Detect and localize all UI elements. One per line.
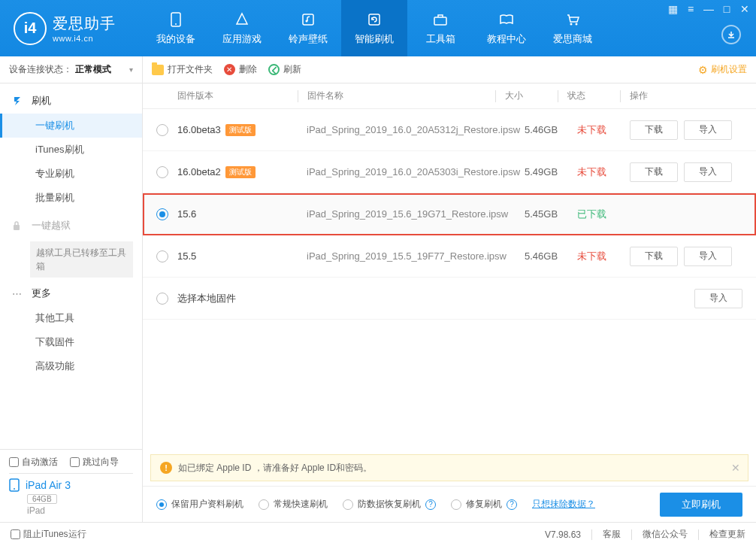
firmware-status: 已下载 (577, 208, 630, 221)
import-button[interactable]: 导入 (694, 289, 742, 308)
capacity-badge: 64GB (27, 494, 57, 504)
firmware-radio[interactable] (156, 166, 168, 178)
gear-icon: ⚙ (698, 64, 708, 76)
nav-toolbox[interactable]: 工具箱 (407, 0, 473, 56)
sidebar-item-other[interactable]: 其他工具 (0, 306, 142, 330)
download-button[interactable]: 下载 (630, 247, 678, 266)
flash-icon (12, 96, 24, 106)
list-icon[interactable]: ≡ (685, 3, 696, 15)
option-anti-recovery[interactable]: 防数据恢复刷机? (343, 498, 436, 511)
lock-icon (12, 220, 24, 231)
option-repair[interactable]: 修复刷机? (451, 498, 517, 511)
open-folder-button[interactable]: 打开文件夹 (152, 63, 213, 76)
nav-flash[interactable]: 智能刷机 (341, 0, 407, 56)
firmware-size: 5.46GB (525, 124, 577, 135)
chevron-down-icon: ▾ (129, 65, 133, 74)
firmware-radio[interactable] (156, 250, 168, 262)
sidebar-flash-head[interactable]: 刷机 (0, 88, 142, 114)
nav-store[interactable]: 爱思商城 (540, 0, 606, 56)
download-icon[interactable] (721, 25, 741, 44)
version-text: 16.0beta3 (177, 124, 221, 135)
warning-icon: ! (160, 462, 172, 474)
app-header: i4 爱思助手 www.i4.cn 我的设备 应用游戏 铃声壁纸 智能刷机 工具… (0, 0, 756, 56)
sidebar-item-download-fw[interactable]: 下载固件 (0, 330, 142, 354)
firmware-radio[interactable] (156, 208, 168, 220)
sidebar-item-batch[interactable]: 批量刷机 (0, 186, 142, 210)
option-quick[interactable]: 常规快速刷机 (259, 498, 328, 511)
nav-ringtone[interactable]: 铃声壁纸 (275, 0, 341, 56)
skip-guide-checkbox[interactable]: 跳过向导 (70, 456, 119, 469)
firmware-status: 未下载 (577, 165, 630, 179)
block-itunes-checkbox[interactable]: 阻止iTunes运行 (11, 528, 86, 541)
jailbreak-note: 越狱工具已转移至工具箱 (30, 241, 133, 278)
wechat-link[interactable]: 微信公众号 (643, 528, 688, 541)
local-firmware-row[interactable]: 选择本地固件 导入 (143, 278, 756, 320)
import-button[interactable]: 导入 (684, 162, 732, 182)
import-button[interactable]: 导入 (684, 247, 732, 266)
more-icon: ⋯ (12, 288, 24, 299)
sidebar-item-oneclick[interactable]: 一键刷机 (0, 114, 142, 138)
flash-settings-button[interactable]: ⚙刷机设置 (698, 63, 747, 76)
sidebar-item-itunes[interactable]: iTunes刷机 (0, 138, 142, 162)
device-status[interactable]: 设备连接状态： 正常模式 ▾ (0, 56, 142, 83)
svg-point-1 (175, 23, 177, 25)
main-nav: 我的设备 应用游戏 铃声壁纸 智能刷机 工具箱 教程中心 爱思商城 (143, 0, 606, 56)
firmware-name: iPad_Spring_2019_15.6_19G71_Restore.ipsw (307, 208, 525, 220)
svg-point-7 (576, 23, 578, 25)
version-text: 15.6 (177, 208, 196, 220)
delete-button[interactable]: ✕删除 (223, 63, 257, 76)
refresh-icon (366, 11, 383, 28)
firmware-row[interactable]: 15.6 iPad_Spring_2019_15.6_19G71_Restore… (143, 193, 756, 235)
download-button[interactable]: 下载 (630, 162, 678, 182)
sidebar-item-advanced[interactable]: 高级功能 (0, 354, 142, 378)
beta-badge: 测试版 (225, 166, 256, 178)
maximize-icon[interactable]: □ (721, 3, 732, 15)
help-icon[interactable]: ? (425, 499, 436, 510)
menu-icon[interactable]: ▦ (667, 3, 678, 15)
apps-icon (234, 11, 250, 28)
support-link[interactable]: 客服 (603, 528, 621, 541)
help-icon[interactable]: ? (507, 499, 517, 510)
download-button[interactable]: 下载 (630, 120, 678, 140)
phone-icon (168, 11, 184, 28)
firmware-row[interactable]: 16.0beta3测试版 iPad_Spring_2019_16.0_20A53… (143, 109, 756, 151)
sidebar: 设备连接状态： 正常模式 ▾ 刷机 一键刷机 iTunes刷机 专业刷机 批量刷… (0, 56, 143, 522)
auto-activate-checkbox[interactable]: 自动激活 (9, 456, 58, 469)
version-text: 16.0beta2 (177, 166, 221, 177)
firmware-row[interactable]: 16.0beta2测试版 iPad_Spring_2019_16.0_20A53… (143, 151, 756, 193)
firmware-size: 5.49GB (525, 166, 577, 177)
nav-tutorial[interactable]: 教程中心 (473, 0, 540, 56)
firmware-radio[interactable] (156, 124, 168, 136)
firmware-row[interactable]: 15.5 iPad_Spring_2019_15.5_19F77_Restore… (143, 235, 756, 278)
option-keep-data[interactable]: 保留用户资料刷机 (156, 498, 243, 511)
close-icon[interactable]: ✕ (739, 3, 750, 15)
close-warning-icon[interactable]: ✕ (731, 462, 740, 474)
erase-link[interactable]: 只想抹除数据？ (532, 498, 595, 511)
cart-icon (564, 11, 581, 28)
beta-badge: 测试版 (225, 124, 256, 136)
window-controls: ▦ ≡ — □ ✕ (667, 3, 750, 15)
logo-icon: i4 (14, 12, 47, 45)
folder-icon (152, 65, 164, 75)
app-url: www.i4.cn (53, 34, 116, 43)
nav-apps[interactable]: 应用游戏 (209, 0, 275, 56)
toolbar: 打开文件夹 ✕删除 刷新 ⚙刷机设置 (143, 56, 756, 83)
sidebar-more-head[interactable]: ⋯ 更多 (0, 281, 142, 306)
sidebar-item-pro[interactable]: 专业刷机 (0, 162, 142, 186)
sidebar-jailbreak-head[interactable]: 一键越狱 (0, 213, 142, 238)
device-type: iPad (27, 505, 133, 516)
flash-now-button[interactable]: 立即刷机 (660, 493, 742, 517)
minimize-icon[interactable]: — (703, 3, 714, 15)
radio-local[interactable] (156, 293, 168, 305)
import-button[interactable]: 导入 (684, 120, 732, 140)
firmware-name: iPad_Spring_2019_16.0_20A5303i_Restore.i… (307, 166, 525, 177)
device-info[interactable]: iPad Air 3 (9, 473, 133, 493)
firmware-size: 5.45GB (525, 208, 577, 220)
refresh-icon (268, 64, 280, 75)
footer: 阻止iTunes运行 V7.98.63 客服 微信公众号 检查更新 (0, 522, 756, 546)
nav-my-device[interactable]: 我的设备 (143, 0, 209, 56)
update-link[interactable]: 检查更新 (709, 528, 745, 541)
refresh-button[interactable]: 刷新 (268, 63, 301, 76)
svg-point-6 (570, 23, 573, 25)
firmware-status: 未下载 (577, 123, 630, 137)
